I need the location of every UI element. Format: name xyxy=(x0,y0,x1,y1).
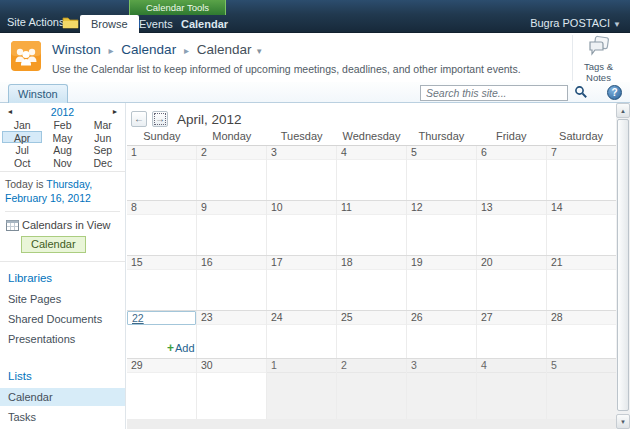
view-dropdown-icon[interactable]: ▼ xyxy=(255,47,263,56)
mini-month-oct[interactable]: Oct xyxy=(2,156,42,169)
calendar-day-cell-20[interactable]: 20 xyxy=(477,256,547,310)
day-number[interactable]: 8 xyxy=(127,201,196,215)
day-number[interactable]: 1 xyxy=(127,146,196,160)
calendar-day-cell-25[interactable]: 25 xyxy=(337,311,407,358)
mini-calendar-year[interactable]: 2012 xyxy=(18,106,107,118)
mini-calendar-prev-icon[interactable]: ◄ xyxy=(2,108,18,115)
day-number[interactable]: 7 xyxy=(547,146,616,160)
scroll-up-icon[interactable]: ▲ xyxy=(616,103,630,118)
nav-section-lists[interactable]: Lists xyxy=(8,370,125,382)
day-number[interactable]: 9 xyxy=(197,201,266,215)
add-event-link[interactable]: +Add xyxy=(167,341,195,355)
breadcrumb-list[interactable]: Calendar xyxy=(121,42,176,57)
mini-calendar-next-icon[interactable]: ► xyxy=(107,108,123,115)
calendar-day-cell-23[interactable]: 23 xyxy=(197,311,267,358)
calendar-day-cell-3[interactable]: 3 xyxy=(267,146,337,200)
tab-calendar-ribbon[interactable]: Calendar xyxy=(170,15,239,33)
day-number[interactable]: 17 xyxy=(267,256,336,270)
nav-section-libraries[interactable]: Libraries xyxy=(8,272,125,284)
calendar-day-cell-3-next-month[interactable]: 3 xyxy=(407,359,477,419)
calendar-day-cell-14[interactable]: 14 xyxy=(547,201,616,255)
search-icon[interactable] xyxy=(574,85,590,101)
calendar-day-cell-9[interactable]: 9 xyxy=(197,201,267,255)
calendar-day-cell-28[interactable]: 28 xyxy=(547,311,616,358)
breadcrumb-site[interactable]: Winston xyxy=(52,42,101,57)
mini-month-feb[interactable]: Feb xyxy=(42,118,82,131)
day-number[interactable]: 4 xyxy=(337,146,406,160)
mini-month-jul[interactable]: Jul xyxy=(2,143,42,156)
day-number[interactable]: 29 xyxy=(127,359,196,373)
calendar-day-cell-17[interactable]: 17 xyxy=(267,256,337,310)
site-logo-icon[interactable] xyxy=(10,40,42,72)
day-number[interactable]: 28 xyxy=(547,311,616,325)
day-number[interactable]: 21 xyxy=(547,256,616,270)
mini-month-apr[interactable]: Apr xyxy=(2,131,42,144)
user-account-menu[interactable]: Bugra POSTACI ▼ xyxy=(530,17,621,29)
day-number[interactable]: 15 xyxy=(127,256,196,270)
calendar-day-cell-19[interactable]: 19 xyxy=(407,256,477,310)
mini-month-jun[interactable]: Jun xyxy=(83,131,123,144)
day-number[interactable]: 25 xyxy=(337,311,406,325)
calendar-day-cell-1-next-month[interactable]: 1 xyxy=(267,359,337,419)
mini-month-sep[interactable]: Sep xyxy=(83,143,123,156)
nav-item-shared-documents[interactable]: Shared Documents xyxy=(0,310,125,328)
day-number[interactable]: 22 xyxy=(127,311,196,325)
calendar-day-cell-21[interactable]: 21 xyxy=(547,256,616,310)
day-number[interactable]: 3 xyxy=(267,146,336,160)
mini-month-mar[interactable]: Mar xyxy=(83,118,123,131)
day-number[interactable]: 20 xyxy=(477,256,546,270)
calendar-day-cell-27[interactable]: 27 xyxy=(477,311,547,358)
day-number[interactable]: 23 xyxy=(197,311,266,325)
day-number[interactable]: 30 xyxy=(197,359,266,373)
calendar-day-cell-24[interactable]: 24 xyxy=(267,311,337,358)
day-number[interactable]: 5 xyxy=(547,359,616,373)
mini-month-aug[interactable]: Aug xyxy=(42,143,82,156)
calendar-day-cell-29[interactable]: 29 xyxy=(127,359,197,419)
calendar-day-cell-4-next-month[interactable]: 4 xyxy=(477,359,547,419)
calendar-day-cell-4[interactable]: 4 xyxy=(337,146,407,200)
calendar-day-cell-30[interactable]: 30 xyxy=(197,359,267,419)
day-number[interactable]: 6 xyxy=(477,146,546,160)
calendar-day-cell-6[interactable]: 6 xyxy=(477,146,547,200)
previous-month-button[interactable]: ← xyxy=(131,111,147,127)
calendar-day-cell-11[interactable]: 11 xyxy=(337,201,407,255)
day-number[interactable]: 4 xyxy=(477,359,546,373)
mini-month-may[interactable]: May xyxy=(42,131,82,144)
calendar-day-cell-22[interactable]: 22+Add xyxy=(127,311,197,358)
tags-notes-button[interactable]: Tags & Notes xyxy=(572,35,624,81)
day-number[interactable]: 13 xyxy=(477,201,546,215)
day-number[interactable]: 11 xyxy=(337,201,406,215)
day-number[interactable]: 16 xyxy=(197,256,266,270)
day-number[interactable]: 14 xyxy=(547,201,616,215)
day-number[interactable]: 2 xyxy=(337,359,406,373)
day-number[interactable]: 10 xyxy=(267,201,336,215)
site-tab-winston[interactable]: Winston xyxy=(8,84,68,103)
calendar-day-cell-1[interactable]: 1 xyxy=(127,146,197,200)
calendar-day-cell-2[interactable]: 2 xyxy=(197,146,267,200)
calendar-in-view-button[interactable]: Calendar xyxy=(21,236,86,253)
day-number[interactable]: 26 xyxy=(407,311,476,325)
breadcrumb-view[interactable]: Calendar xyxy=(197,42,252,57)
nav-item-presentations[interactable]: Presentations xyxy=(0,330,125,348)
calendar-day-cell-18[interactable]: 18 xyxy=(337,256,407,310)
day-number[interactable]: 3 xyxy=(407,359,476,373)
scroll-down-icon[interactable]: ▼ xyxy=(616,414,630,429)
calendar-day-cell-2-next-month[interactable]: 2 xyxy=(337,359,407,419)
calendar-day-cell-16[interactable]: 16 xyxy=(197,256,267,310)
calendar-day-cell-8[interactable]: 8 xyxy=(127,201,197,255)
day-number[interactable]: 2 xyxy=(197,146,266,160)
calendar-day-cell-5[interactable]: 5 xyxy=(407,146,477,200)
calendar-day-cell-15[interactable]: 15 xyxy=(127,256,197,310)
next-month-button[interactable]: → xyxy=(152,111,168,127)
nav-item-tasks[interactable]: Tasks xyxy=(0,408,125,426)
calendar-day-cell-7[interactable]: 7 xyxy=(547,146,616,200)
day-number[interactable]: 5 xyxy=(407,146,476,160)
mini-month-nov[interactable]: Nov xyxy=(42,156,82,169)
search-input[interactable] xyxy=(420,85,568,101)
calendar-day-cell-12[interactable]: 12 xyxy=(407,201,477,255)
mini-month-jan[interactable]: Jan xyxy=(2,118,42,131)
calendar-day-cell-26[interactable]: 26 xyxy=(407,311,477,358)
calendar-day-cell-13[interactable]: 13 xyxy=(477,201,547,255)
navigate-up-folder-icon[interactable] xyxy=(62,15,80,30)
day-number[interactable]: 19 xyxy=(407,256,476,270)
